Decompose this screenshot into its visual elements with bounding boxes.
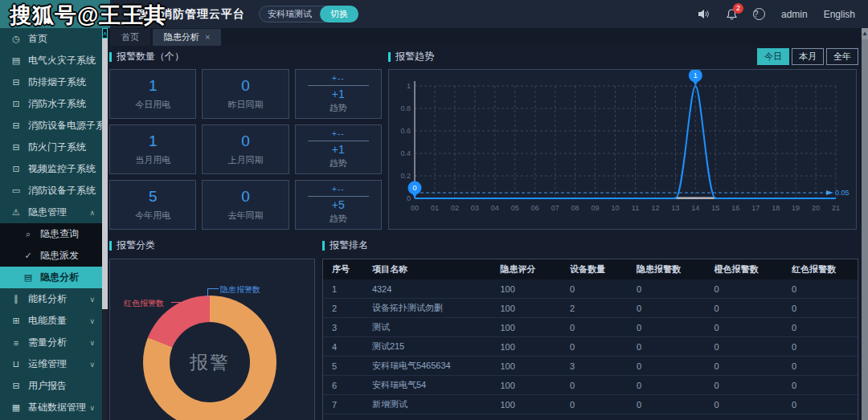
table-cell: 100 <box>491 284 560 294</box>
user-menu[interactable]: admin <box>781 9 808 20</box>
table-cell: 0 <box>628 361 705 371</box>
table-cell: 6 <box>323 381 363 390</box>
count-card-trend[interactable]: +--+5趋势 <box>295 180 382 230</box>
chevron-down-icon: ∨ <box>89 339 95 347</box>
leader-line-red <box>171 302 185 303</box>
trend-value: +1 <box>332 88 345 100</box>
count-card-main[interactable]: 1当月用电 <box>109 124 196 174</box>
count-value: 0 <box>241 133 250 150</box>
ops-mgmt-icon: ⊔ <box>10 359 22 369</box>
chevron-down-icon: ∨ <box>89 317 95 325</box>
table-cell: 5 <box>323 361 363 371</box>
sidebar-item-label: 防火门子系统 <box>28 141 86 154</box>
sidebar-item-hazard-search[interactable]: ⌕隐患查询 <box>0 223 102 245</box>
tab-close-icon[interactable]: × <box>205 32 210 42</box>
sidebar-scrollbar[interactable]: ∧ <box>102 28 108 420</box>
sidebar-item-hazard-dispatch[interactable]: ✓隐患派发 <box>0 245 102 267</box>
pie-label-red-alarms: 红色报警数 <box>124 298 164 309</box>
svg-text:06: 06 <box>531 204 539 212</box>
table-cell: 0 <box>561 400 628 410</box>
table-row[interactable]: 4测试2151000000 <box>323 337 858 357</box>
sidebar-item-power-quality[interactable]: ⊞电能质量∨ <box>0 310 102 332</box>
range-button-本月[interactable]: 本月 <box>792 48 824 65</box>
alarm-count-cards: 1今日用电0昨日同期+--+1趋势1当月用电0上月同期+--+1趋势5今年用电0… <box>109 69 382 230</box>
table-cell: 0 <box>628 304 705 313</box>
table-cell: 新增测试 <box>363 398 492 410</box>
sidebar-item-ops-mgmt[interactable]: ⊔运维管理∨ <box>0 353 102 375</box>
table-cell: 100 <box>491 361 560 371</box>
table-row[interactable]: 2设备拓扑测试勿删1002000 <box>323 299 858 318</box>
table-cell: 0 <box>783 361 858 371</box>
count-card-compare[interactable]: 0昨日同期 <box>202 69 289 119</box>
table-row[interactable]: 5安科瑞电气54656341003000 <box>323 357 858 376</box>
tab-首页[interactable]: 首页 <box>110 29 150 46</box>
sidebar-item-base-data[interactable]: ▦基础数据管理∨ <box>0 397 102 418</box>
count-card-main[interactable]: 5今年用电 <box>109 180 196 230</box>
table-cell: 4 <box>323 342 363 352</box>
sidebar-item-hazard-mgmt[interactable]: ⚠隐患管理∧ <box>0 202 102 223</box>
sidebar-item-hazard-analysis[interactable]: ▤隐患分析 <box>0 267 102 288</box>
sidebar-item-energy-analysis[interactable]: ∥能耗分析∨ <box>0 288 102 310</box>
page-scroll-up-icon[interactable]: ▲ <box>862 28 868 39</box>
table-cell: 7 <box>323 400 363 410</box>
table-row[interactable]: 7新增测试1000000 <box>323 395 858 414</box>
svg-text:10: 10 <box>612 204 620 212</box>
chevron-down-icon: ∨ <box>89 404 95 412</box>
sidebar-item-electrical-fire[interactable]: ▤电气火灾子系统∨ <box>0 50 102 71</box>
column-header: 隐患报警数 <box>628 263 705 275</box>
table-row[interactable]: 6安科瑞电气541000000 <box>323 376 858 395</box>
sidebar-item-fire-door[interactable]: ⊟防火门子系统 <box>0 137 102 158</box>
donut-chart[interactable]: 报警 <box>143 296 276 420</box>
speaker-icon[interactable] <box>698 9 710 19</box>
table-cell: 0 <box>783 284 858 294</box>
count-card-compare[interactable]: 0去年同期 <box>202 180 289 230</box>
table-cell: 0 <box>628 400 705 410</box>
count-label: 去年同期 <box>227 210 263 222</box>
sidebar-item-demand-analysis[interactable]: ≡需量分析∨ <box>0 332 102 353</box>
table-cell: 100 <box>491 342 560 352</box>
sidebar-item-equipment-power[interactable]: ⊟消防设备电源子系统 <box>0 115 102 137</box>
classification-chart: 报警 红色报警数 隐患报警数 <box>109 259 315 420</box>
count-card-trend[interactable]: +--+1趋势 <box>295 124 382 174</box>
column-header: 项目名称 <box>363 263 492 275</box>
table-cell: 100 <box>491 381 560 390</box>
sidebar-item-home[interactable]: ◷首页 <box>0 28 102 50</box>
table-cell: 0 <box>705 381 782 390</box>
column-header: 序号 <box>323 263 363 275</box>
table-row[interactable]: 3测试1000000 <box>323 318 858 337</box>
org-selector: 安科瑞测试 切换 <box>259 6 358 22</box>
help-icon[interactable]: ? <box>753 8 765 20</box>
svg-text:1: 1 <box>407 82 411 90</box>
language-switch[interactable]: English <box>824 9 855 20</box>
sidebar-item-fire-equipment[interactable]: ▭消防设备子系统 <box>0 180 102 202</box>
equipment-power-icon: ⊟ <box>10 120 22 131</box>
svg-text:15: 15 <box>711 204 719 212</box>
sidebar-item-video-monitor[interactable]: ⊡视频监控子系统 <box>0 158 102 180</box>
count-card-main[interactable]: 1今日用电 <box>109 69 196 119</box>
sidebar-scrollbar-thumb[interactable] <box>102 39 108 309</box>
tab-隐患分析[interactable]: 隐患分析× <box>153 29 221 46</box>
sidebar-item-smoke-control[interactable]: ⊟防排烟子系统 <box>0 71 102 93</box>
trend-line-chart-svg: 0.05000102030405060708091011121314151617… <box>389 70 858 230</box>
alarm-counts-panel: 报警数量（个） 1今日用电0昨日同期+--+1趋势1当月用电0上月同期+--+1… <box>109 50 382 230</box>
fire-water-icon: ⊡ <box>10 99 22 109</box>
bell-icon[interactable]: 2 <box>727 9 737 20</box>
sidebar-item-label: 能耗分析 <box>28 292 67 306</box>
range-button-今日[interactable]: 今日 <box>757 48 789 65</box>
table-row[interactable]: 143241000000 <box>323 279 858 299</box>
trend-divider <box>308 141 370 141</box>
trend-divider <box>308 85 370 86</box>
count-card-trend[interactable]: +--+1趋势 <box>295 69 382 119</box>
sidebar-item-fire-water[interactable]: ⊡消防水子系统 <box>0 93 102 115</box>
svg-text:13: 13 <box>671 204 679 212</box>
count-card-compare[interactable]: 0上月同期 <box>202 124 289 174</box>
switch-org-button[interactable]: 切换 <box>320 6 358 22</box>
svg-text:02: 02 <box>451 204 459 212</box>
sidebar-item-label: 消防水子系统 <box>28 97 86 111</box>
table-cell: 0 <box>783 381 858 390</box>
table-cell: 0 <box>561 323 628 332</box>
range-button-全年[interactable]: 全年 <box>826 48 858 65</box>
sidebar-item-user-report[interactable]: ⊟用户报告 <box>0 375 102 397</box>
page-scrollbar[interactable]: ▲ <box>862 28 868 420</box>
table-cell: 0 <box>783 400 858 410</box>
